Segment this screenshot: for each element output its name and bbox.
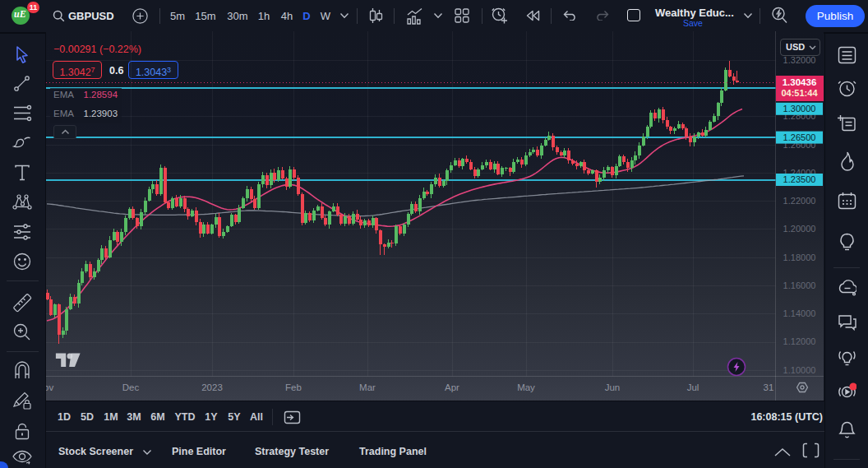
svg-text:2023: 2023 bbox=[201, 382, 223, 392]
svg-text:May: May bbox=[517, 382, 535, 392]
svg-text:1.10000: 1.10000 bbox=[783, 365, 816, 375]
svg-text:1.18000: 1.18000 bbox=[783, 253, 816, 262]
svg-text:1.32000: 1.32000 bbox=[783, 55, 816, 65]
svg-text:31: 31 bbox=[764, 382, 774, 392]
svg-text:1.22000: 1.22000 bbox=[783, 196, 816, 206]
svg-text:Jul: Jul bbox=[687, 382, 699, 392]
svg-text:04:51:44: 04:51:44 bbox=[781, 88, 818, 98]
svg-text:1.26500: 1.26500 bbox=[783, 132, 816, 142]
svg-text:1.30436: 1.30436 bbox=[783, 77, 817, 87]
svg-text:1.14000: 1.14000 bbox=[783, 308, 816, 318]
svg-text:1.12000: 1.12000 bbox=[783, 336, 816, 346]
svg-text:Jun: Jun bbox=[605, 382, 621, 392]
svg-text:1.30000: 1.30000 bbox=[783, 104, 816, 114]
svg-text:Apr: Apr bbox=[445, 382, 459, 392]
svg-text:Mar: Mar bbox=[359, 382, 376, 392]
svg-text:Feb: Feb bbox=[285, 382, 302, 392]
svg-text:Dec: Dec bbox=[122, 382, 140, 392]
svg-text:1.23500: 1.23500 bbox=[783, 174, 816, 184]
svg-text:Nov: Nov bbox=[46, 382, 53, 392]
svg-text:1.16000: 1.16000 bbox=[783, 280, 816, 290]
svg-text:1.20000: 1.20000 bbox=[783, 224, 816, 234]
